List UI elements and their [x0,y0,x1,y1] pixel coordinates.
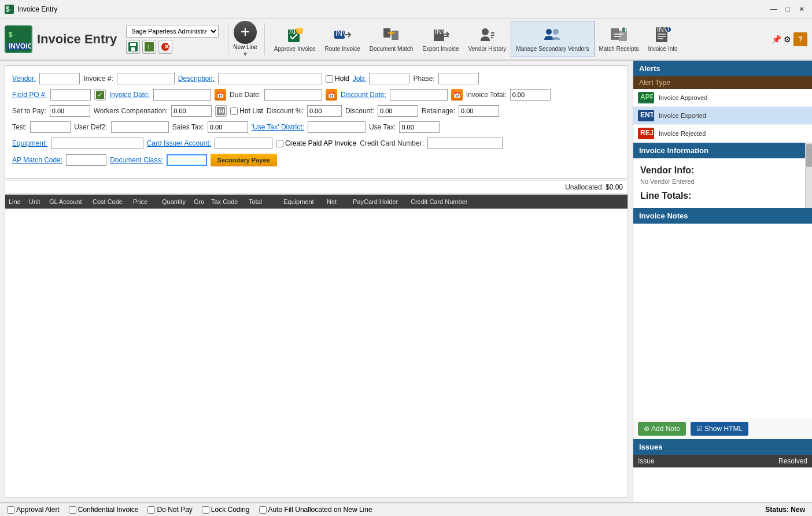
vendor-label[interactable]: Vendor: [12,75,36,83]
title-bar-controls: — □ ✕ [768,3,807,15]
ap-match-code-input[interactable] [66,154,106,166]
approve-invoice-button[interactable]: APPROV $ Approve Invoice [270,21,320,57]
svg-rect-21 [392,31,398,40]
minimize-button[interactable]: — [768,3,780,15]
discount-pct-input[interactable] [307,105,342,117]
test-input[interactable] [30,121,71,133]
line-totals-title: Line Totals: [640,191,798,201]
alerts-section-header: Alerts [633,61,812,76]
route-invoice-button[interactable]: INVOICE Route Invoice [320,21,365,57]
show-html-button[interactable]: ☑ Show HTML [691,422,748,436]
discount-label: Discount: [345,107,374,115]
use-tax-district-input[interactable] [308,121,366,133]
invoice-date-cal[interactable]: 📅 [215,89,226,101]
alert-item-approved[interactable]: APPRO Invoice Approved [633,89,812,107]
use-tax-input[interactable] [399,121,440,133]
unallocated-label: Unallocated: [565,183,604,191]
issues-col-issue: Issue [638,457,778,465]
confidential-invoice-label: Confidential Invoice [78,506,139,514]
top-toolbar: $ INVOICE Invoice Entry Sage Paperless A… [0,18,812,61]
issues-col-resolved: Resolved [778,457,807,465]
user-def2-input[interactable] [111,121,169,133]
alert-item-exported[interactable]: ENTRY Invoice Exported [633,107,812,125]
close-button[interactable]: ✕ [796,3,807,15]
due-date-input[interactable] [264,89,322,101]
export-invoice-icon: INVOICE [431,26,450,44]
retainage-input[interactable] [459,105,499,117]
document-class-label[interactable]: Document Class: [110,156,163,164]
discount-input[interactable] [378,105,418,117]
delete-button[interactable]: ✕ [158,40,172,54]
add-note-button[interactable]: ⊕ Add Note [638,422,686,436]
invoice-total-input[interactable] [510,89,551,101]
invoice-date-label[interactable]: Invoice Date: [109,91,150,99]
match-receipts-button[interactable]: $ Match Receipts [595,21,644,57]
hot-list-checkbox[interactable] [230,107,238,115]
hide-sidebar-tab[interactable]: Hide Sidebar [633,258,633,305]
invoice-info-button[interactable]: INVOICE i Invoice Info [643,21,682,57]
col-cost-code: Cost Code [89,197,130,206]
discount-date-label[interactable]: Discount Date: [341,91,386,99]
workers-comp-label: Workers Compensation: [94,107,168,115]
use-tax-district-label[interactable]: 'Use Tax' District: [252,123,304,131]
create-paid-ap-checkbox[interactable] [276,140,283,147]
phase-input[interactable] [438,73,479,84]
route-invoice-icon: INVOICE [333,26,352,44]
job-label[interactable]: Job: [353,75,366,83]
svg-rect-34 [658,36,666,37]
user-section: Sage Paperless Administrator ↑ ✕ [126,21,219,57]
pin-button[interactable]: 📌 [772,35,781,44]
hold-checkbox[interactable] [326,75,333,83]
discount-date-cal[interactable]: 📅 [451,89,463,101]
invoice-information-header: Invoice Information [633,143,805,158]
save-button[interactable] [126,40,140,54]
export-invoice-button[interactable]: INVOICE Export Invoice [418,21,463,57]
alert-type-label: Alert Type [639,79,670,87]
ap-match-code-label[interactable]: AP Match Code: [12,156,62,164]
maximize-button[interactable]: □ [782,3,793,15]
workers-comp-action[interactable]: ⊞ [215,105,227,117]
secondary-payee-button[interactable]: Secondary Payee [211,154,277,166]
vendor-history-button[interactable]: Vendor History [464,21,511,57]
due-date-cal[interactable]: 📅 [326,89,337,101]
invoice-num-input[interactable] [117,73,175,84]
field-po-input[interactable] [50,89,91,101]
lock-coding-checkbox[interactable] [202,506,209,514]
description-input[interactable] [218,73,322,84]
vendor-input[interactable] [39,73,80,84]
set-to-pay-input[interactable] [50,105,90,117]
col-net: Net [323,197,349,206]
auto-fill-checkbox[interactable] [259,506,267,514]
app-logo: $ INVOICE Invoice Entry [5,21,117,57]
approval-alert-checkbox[interactable] [7,506,14,514]
field-po-label[interactable]: Field PO #: [12,91,47,99]
document-match-label: Document Match [370,46,414,53]
settings-button[interactable]: ⚙ [784,35,791,44]
equipment-input[interactable] [51,138,143,149]
document-match-button[interactable]: Document Match [365,21,418,57]
equipment-label[interactable]: Equipment: [12,139,47,147]
svg-point-24 [482,28,489,35]
confidential-invoice-checkbox[interactable] [69,506,76,514]
job-input[interactable] [369,73,409,84]
sales-tax-input[interactable] [208,121,248,133]
invoice-info-scrollbar[interactable] [805,143,812,208]
do-not-pay-checkbox[interactable] [147,506,155,514]
user-dropdown[interactable]: Sage Paperless Administrator [126,25,219,38]
document-class-input[interactable] [167,154,207,166]
export-button[interactable]: ↑ [142,40,156,54]
card-issuer-input[interactable] [215,138,272,149]
new-line-button[interactable]: + [234,21,257,44]
approval-alert-group: Approval Alert [7,506,60,514]
credit-card-input[interactable] [427,138,503,149]
manage-secondary-vendors-button[interactable]: Manage Secondary Vendors [511,21,594,57]
alert-item-rejected[interactable]: REJCT Invoice Rejected [633,125,812,143]
field-po-action[interactable]: ✓ [94,89,106,101]
discount-date-input[interactable] [390,89,448,101]
card-issuer-label[interactable]: Card Issuer Account: [147,139,211,147]
invoice-date-input[interactable] [153,89,211,101]
workers-comp-input[interactable] [171,105,212,117]
svg-text:$: $ [6,5,10,13]
description-label[interactable]: Description: [178,75,215,83]
help-button[interactable]: ? [793,32,807,46]
